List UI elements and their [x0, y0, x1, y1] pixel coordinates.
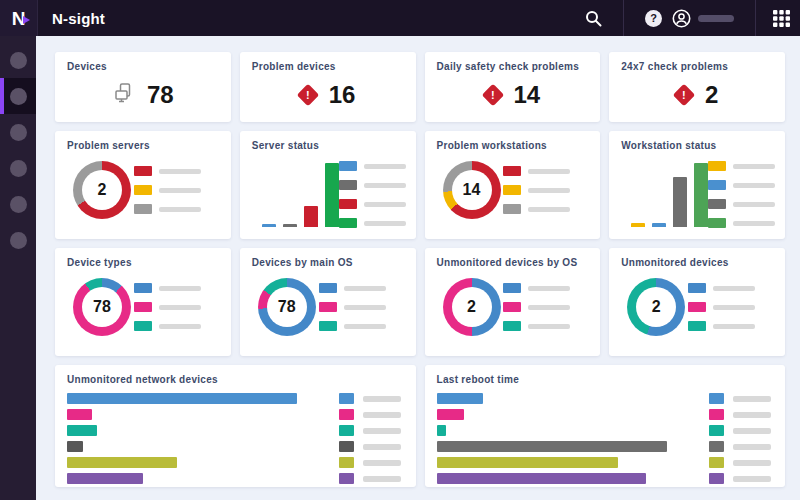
card-problem-devices[interactable]: Problem devices!16: [240, 52, 416, 122]
nav-circle-icon: [10, 196, 27, 213]
nav-circle-icon: [10, 124, 27, 141]
donut-ring: 14: [443, 161, 501, 219]
card-title: 24x7 check problems: [621, 61, 773, 72]
legend-swatch: [319, 321, 337, 331]
donut-ring: 78: [73, 278, 131, 336]
card-device-types[interactable]: Device types78: [55, 248, 231, 356]
card-workstation-status[interactable]: Workstation status: [609, 131, 785, 239]
donut-center: 2: [636, 287, 676, 327]
donut-chart: 78: [252, 278, 404, 336]
legend-item: [503, 204, 570, 214]
legend-swatch: [708, 161, 726, 171]
chart-legend: [688, 283, 755, 331]
card-devices[interactable]: Devices78: [55, 52, 231, 122]
bar-group: [262, 163, 339, 227]
card-unmonitored-network-devices[interactable]: Unmonitored network devices: [55, 365, 416, 487]
legend-swatch: [339, 218, 357, 228]
bar-group: [67, 393, 297, 484]
legend-label-placeholder: [733, 444, 771, 450]
sidebar-nav-item-6[interactable]: [0, 222, 36, 258]
legend-swatch: [339, 393, 354, 404]
card-unmonitored-devices-by-os[interactable]: Unmonitored devices by OS2: [425, 248, 601, 356]
legend-item: [688, 302, 755, 312]
legend-item: [708, 218, 775, 228]
card-daily-safety-check-problems[interactable]: Daily safety check problems!14: [425, 52, 601, 122]
card-server-status[interactable]: Server status: [240, 131, 416, 239]
stat-body: !2: [621, 81, 773, 109]
card-unmonitored-devices[interactable]: Unmonitored devices2: [609, 248, 785, 356]
help-icon[interactable]: ?: [645, 10, 662, 27]
legend-swatch: [339, 441, 354, 452]
legend-label-placeholder: [159, 207, 201, 212]
card-title: Daily safety check problems: [437, 61, 589, 72]
sidebar-nav-item-1[interactable]: [0, 42, 36, 78]
app-title: N-sight: [52, 10, 105, 27]
legend-label-placeholder: [363, 444, 401, 450]
legend-item: [339, 199, 406, 209]
bar: [325, 163, 339, 227]
legend-label-placeholder: [363, 476, 401, 482]
legend-item: [134, 204, 201, 214]
user-icon[interactable]: [672, 9, 691, 28]
card-title: Unmonitored devices by OS: [437, 257, 589, 268]
legend-label-placeholder: [364, 183, 406, 188]
legend-label-placeholder: [344, 286, 386, 291]
chart-legend: [339, 161, 406, 228]
sidebar-nav-item-4[interactable]: [0, 150, 36, 186]
legend-item: [134, 302, 201, 312]
legend-item: [708, 180, 775, 190]
sidebar-nav-item-2[interactable]: [0, 78, 36, 114]
card-devices-by-main-os[interactable]: Devices by main OS78: [240, 248, 416, 356]
legend-item: [134, 321, 201, 331]
header-actions: ?: [585, 0, 800, 36]
stat-value: 2: [705, 81, 718, 109]
legend-item: [339, 393, 401, 404]
legend-swatch: [503, 283, 521, 293]
bar: [437, 393, 483, 404]
legend-item: [688, 321, 755, 331]
legend-swatch: [503, 166, 521, 176]
donut-center: 2: [452, 287, 492, 327]
legend-item: [339, 425, 401, 436]
sidebar-nav-item-3[interactable]: [0, 114, 36, 150]
chart-legend: [709, 393, 771, 484]
legend-swatch: [339, 409, 354, 420]
donut-chart: 2: [621, 278, 773, 336]
legend-swatch: [319, 283, 337, 293]
legend-label-placeholder: [528, 324, 570, 329]
app-grid-icon[interactable]: [773, 10, 790, 27]
card-title: Unmonitored devices: [621, 257, 773, 268]
legend-label-placeholder: [528, 305, 570, 310]
chart-legend: [503, 283, 570, 331]
nsight-logo[interactable]: N: [0, 0, 38, 36]
legend-label-placeholder: [363, 428, 401, 434]
card-last-reboot-time[interactable]: Last reboot time: [425, 365, 786, 487]
card-title: Problem devices: [252, 61, 404, 72]
stat-value: 78: [147, 81, 174, 109]
donut-chart: 14: [437, 161, 589, 219]
hbar-chart: [67, 393, 404, 484]
donut-ring: 2: [73, 161, 131, 219]
legend-swatch: [709, 473, 724, 484]
legend-label-placeholder: [363, 396, 401, 402]
legend-label-placeholder: [713, 305, 755, 310]
legend-swatch: [709, 441, 724, 452]
bar-group: [631, 163, 708, 227]
sidebar-nav-item-5[interactable]: [0, 186, 36, 222]
search-icon[interactable]: [585, 10, 602, 27]
legend-item: [503, 321, 570, 331]
nav-circle-icon: [10, 232, 27, 249]
card-24x7-check-problems[interactable]: 24x7 check problems!2: [609, 52, 785, 122]
legend-swatch: [688, 321, 706, 331]
bar: [283, 224, 297, 227]
card-grid: Devices78Problem devices!16Daily safety …: [55, 52, 785, 487]
donut-chart: 78: [67, 278, 219, 336]
legend-item: [709, 393, 771, 404]
legend-swatch: [503, 321, 521, 331]
nav-circle-icon: [10, 88, 27, 105]
card-problem-servers[interactable]: Problem servers2: [55, 131, 231, 239]
donut-center: 78: [82, 287, 122, 327]
chart-legend: [319, 283, 386, 331]
legend-swatch: [709, 393, 724, 404]
card-problem-workstations[interactable]: Problem workstations14: [425, 131, 601, 239]
